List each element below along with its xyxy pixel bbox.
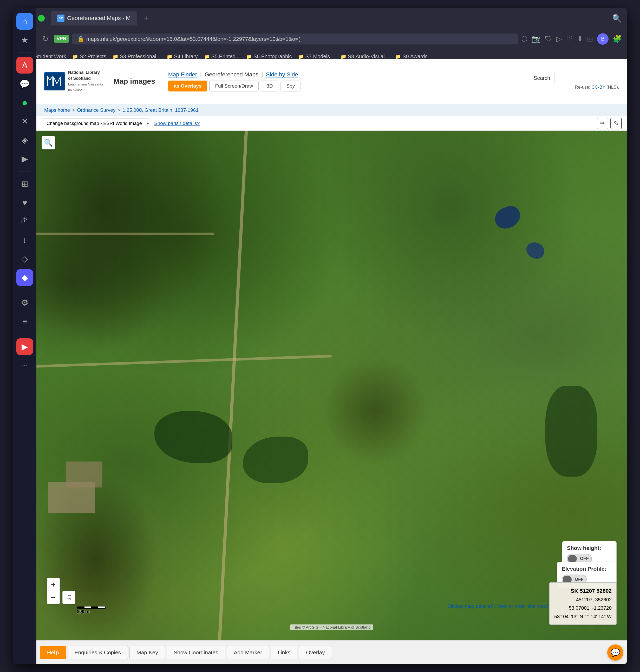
as-overlays-button[interactable]: as Overlays	[168, 80, 207, 91]
sidebar-clock-icon[interactable]: ⏱	[16, 213, 33, 230]
chat-button[interactable]: 💬	[607, 644, 623, 660]
maps-home-link[interactable]: Maps home	[44, 107, 70, 113]
nav-icons: ⬡ 📷 🛡 ▷ ♡ ⬇ ⊞ B 🧩	[521, 33, 622, 45]
sidebar-twitter-icon[interactable]: ✕	[16, 113, 33, 130]
breadcrumb-sep-1: >	[72, 107, 75, 113]
attribution: Tiles © ArcGIS – National Library of Sco…	[290, 625, 373, 630]
full-screen-button[interactable]: Full Screen/Draw	[209, 80, 259, 91]
sidebar-grid-icon[interactable]: ⊞	[16, 176, 33, 192]
url-bar[interactable]: 🔒 maps.nls.uk/geo/explore/#zoom=15.0&lat…	[72, 33, 518, 44]
scale-seg-1	[77, 607, 85, 608]
side-by-side-link[interactable]: Side by Side	[266, 71, 298, 78]
3d-button[interactable]: 3D	[261, 80, 278, 91]
scale-label: 200 m	[77, 609, 89, 614]
map-key-button[interactable]: Map Key	[129, 646, 165, 659]
urban-area	[37, 131, 261, 386]
sidebar-messenger-icon[interactable]: 💬	[16, 76, 33, 92]
grid-ref: SK 51207 52802	[554, 586, 612, 596]
ordnance-survey-link[interactable]: Ordnance Survey	[77, 107, 115, 113]
nls-nav-section: Map Finder | Georeferenced Maps | Side b…	[168, 71, 301, 91]
map-tool-icons: ✏ ✎	[597, 118, 622, 129]
buildings-2	[66, 462, 102, 488]
forest-3	[546, 386, 597, 477]
shield-icon[interactable]: 🛡	[545, 34, 552, 43]
scale-seg-2	[85, 607, 91, 608]
sidebar-heart-icon[interactable]: ♥	[16, 194, 33, 211]
sidebar-youtube-icon[interactable]: ▶	[16, 338, 33, 355]
browser-search-icon[interactable]: 🔍	[612, 14, 622, 23]
new-tab-button[interactable]: +	[141, 13, 151, 24]
url-text: maps.nls.uk/geo/explore/#zoom=15.0&lat=5…	[86, 36, 300, 42]
map-controls-bar: Change background map - ESRI World Image…	[37, 116, 627, 131]
sidebar-home-icon[interactable]: ⌂	[16, 13, 33, 30]
sidebar-download-icon[interactable]: ↓	[16, 232, 33, 249]
active-tab[interactable]: 🗺 Georeferenced Maps - M	[51, 11, 137, 26]
height-toggle-off: OFF	[580, 556, 589, 561]
profile-icon[interactable]: B	[597, 33, 609, 45]
title-bar: 🗺 Georeferenced Maps - M + 🔍	[13, 8, 627, 29]
elevation-label: Elevation Profile:	[562, 566, 612, 572]
show-height-label: Show height:	[567, 545, 612, 551]
share-icon[interactable]: ⬡	[521, 34, 527, 43]
sidebar-arrow-icon[interactable]: ▶	[16, 150, 33, 167]
sidebar-cube-icon[interactable]: ◇	[16, 251, 33, 267]
height-toggle-knob	[568, 555, 577, 563]
road-top	[37, 233, 214, 235]
zoom-out-button[interactable]: −	[47, 591, 60, 604]
help-button[interactable]: Help	[40, 646, 66, 659]
nav-sep-1: |	[200, 72, 202, 78]
extensions-icon[interactable]: 🧩	[613, 34, 622, 43]
search-input[interactable]	[554, 73, 619, 83]
edit-icon[interactable]: ✏	[597, 118, 608, 129]
enquiries-button[interactable]: Enquiries & Copies	[68, 646, 128, 659]
map-area[interactable]: 🔍 + − 🖨 200 m Show height:	[37, 131, 627, 640]
sidebar-settings-icon[interactable]: ⚙	[16, 295, 33, 311]
sidebar-star-icon[interactable]: ★	[16, 32, 33, 48]
zoom-in-button[interactable]: +	[47, 578, 60, 591]
map-search-button[interactable]: 🔍	[42, 136, 55, 149]
nls-logo: National Libraryof Scotland Leabharlann …	[44, 70, 103, 93]
sidebar-puzzle-icon[interactable]: ◈	[16, 132, 33, 148]
spy-button[interactable]: Spy	[280, 80, 301, 91]
scale-seg-3	[91, 607, 98, 608]
overlay-button[interactable]: Overlay	[299, 646, 332, 659]
camera-icon[interactable]: 📷	[532, 34, 541, 43]
nav-sep-2: |	[262, 72, 263, 78]
nls-search-area: Search: Re-use: CC-BY (NLS).	[534, 73, 619, 90]
heart-nav-icon[interactable]: ♡	[566, 34, 573, 43]
sidebar-separator-4	[18, 334, 31, 334]
sidebar-whatsapp-icon[interactable]: ●	[16, 94, 33, 111]
download-nav-icon[interactable]: ⬇	[577, 34, 583, 43]
display-map-link[interactable]: Display map details? / View or order thi…	[447, 603, 549, 609]
links-button[interactable]: Links	[271, 646, 297, 659]
grid-nav-icon[interactable]: ⊞	[587, 34, 593, 43]
print-button[interactable]: 🖨	[62, 591, 75, 604]
sidebar-separator-2	[18, 171, 31, 171]
breadcrumb: Maps home > Ordnance Survey > 1:25,000, …	[37, 104, 627, 116]
maximize-button[interactable]	[38, 15, 45, 21]
background-map-select[interactable]: Change background map - ESRI World Image…	[42, 119, 150, 129]
industrial-area	[37, 436, 184, 640]
tab-title: Georeferenced Maps - M	[67, 15, 131, 21]
show-coordinates-button[interactable]: Show Coordinates	[166, 646, 226, 659]
sidebar-separator-1	[18, 53, 31, 53]
zoom-controls: + −	[47, 578, 60, 604]
add-marker-button[interactable]: Add Marker	[227, 646, 269, 659]
map-finder-link[interactable]: Map Finder	[168, 71, 197, 78]
reuse-text: Re-use: CC-BY (NLS).	[575, 85, 619, 90]
reload-button[interactable]: ↻	[40, 33, 51, 45]
sidebar-more-icon[interactable]: ···	[16, 357, 33, 374]
georef-maps-label: Georeferenced Maps	[205, 71, 258, 78]
coordinates-panel: SK 51207 52802 451207, 352802 53.07001, …	[549, 582, 616, 625]
sidebar-layers-icon[interactable]: ≡	[16, 313, 33, 330]
scale-bar: 200 m	[77, 607, 105, 614]
show-parish-button[interactable]: Show parish details?	[154, 121, 200, 126]
series-link[interactable]: 1:25,000, Great Britain, 1937-1961	[122, 107, 199, 113]
display-map-anchor[interactable]: Display map details? / View or order thi…	[447, 603, 549, 609]
pencil-icon[interactable]: ✎	[610, 118, 622, 129]
sidebar-location-icon[interactable]: ◆	[16, 269, 33, 286]
play-icon[interactable]: ▷	[556, 34, 562, 43]
sidebar-arc-icon[interactable]: A	[16, 57, 33, 74]
cc-by-link[interactable]: CC-BY	[592, 85, 606, 90]
navigation-bar: ‹ › ↻ VPN 🔒 maps.nls.uk/geo/explore/#zoo…	[13, 29, 627, 49]
